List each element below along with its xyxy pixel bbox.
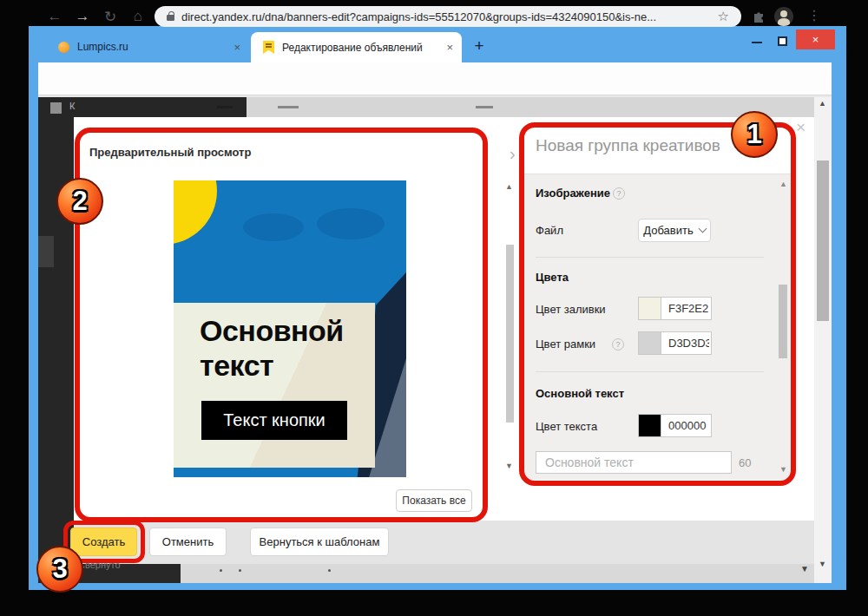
tab-close-icon[interactable]: × xyxy=(437,41,462,54)
screenshot-root: Lumpics.ru × Редактирование объявлений ×… xyxy=(0,0,868,616)
address-bar[interactable]: direct.yandex.ru/dna/banners-edit?campai… xyxy=(155,6,741,27)
bookmark-star-icon[interactable]: ☆ xyxy=(718,9,729,24)
reload-icon[interactable]: ↻ xyxy=(99,0,122,33)
forward-icon[interactable]: → xyxy=(71,0,94,33)
bottom-bar-caret-icon[interactable]: ▼ xyxy=(800,564,809,573)
scroll-down-icon[interactable]: ▼ xyxy=(819,560,826,568)
scroll-up-icon[interactable]: ▲ xyxy=(819,99,826,108)
tab-title: Редактирование объявлений xyxy=(282,42,437,54)
tab-lumpics[interactable]: Lumpics.ru × xyxy=(48,33,249,61)
annotation-step-1: 1 xyxy=(731,111,778,158)
annotation-step-3: 3 xyxy=(36,546,83,593)
minimize-button[interactable] xyxy=(752,42,762,43)
extensions-puzzle-icon[interactable] xyxy=(752,10,766,27)
modal-close-icon[interactable]: × xyxy=(796,118,806,137)
preview-scroll-up-icon[interactable]: ▲ xyxy=(505,182,513,191)
profile-avatar[interactable] xyxy=(774,7,793,26)
dimmed-text xyxy=(217,106,233,108)
new-tab-button[interactable]: + xyxy=(469,36,490,56)
dimmed-text xyxy=(476,106,493,108)
preview-scroll-down-icon[interactable]: ▼ xyxy=(505,462,513,470)
lumpics-favicon-icon xyxy=(58,42,69,53)
back-to-templates-button[interactable]: Вернуться к шаблонам xyxy=(250,528,389,556)
page-nav-letter: К xyxy=(69,101,75,111)
yandex-direct-favicon-icon xyxy=(263,41,274,54)
page-scrollbar-thumb[interactable] xyxy=(817,161,829,321)
sidebar-item xyxy=(38,236,54,267)
tab-title: Lumpics.ru xyxy=(77,41,225,53)
cancel-button[interactable]: Отменить xyxy=(149,528,227,556)
highlight-outline-settings xyxy=(519,122,796,486)
dimmed-dot xyxy=(239,569,241,572)
browser-toolbar xyxy=(38,62,832,95)
tab-close-icon[interactable]: × xyxy=(225,41,249,54)
page-bottom-bar xyxy=(181,564,814,583)
preview-next-chevron-icon[interactable]: › xyxy=(510,144,516,164)
highlight-outline-preview xyxy=(75,128,488,522)
dimmed-text xyxy=(278,106,299,108)
maximize-button[interactable] xyxy=(778,36,787,46)
dimmed-dot xyxy=(328,569,331,572)
browser-menu-icon[interactable]: ⋮ xyxy=(806,7,823,23)
home-icon[interactable]: ⌂ xyxy=(127,0,149,33)
back-icon[interactable]: ← xyxy=(43,0,66,33)
page-logo-icon xyxy=(50,102,62,114)
lock-icon xyxy=(167,15,174,21)
annotation-step-2: 2 xyxy=(56,178,103,225)
dimmed-dot xyxy=(220,569,222,572)
url-text[interactable]: direct.yandex.ru/dna/banners-edit?campai… xyxy=(181,10,741,23)
tab-edit-ads[interactable]: Редактирование объявлений × xyxy=(251,32,462,62)
page-top-bar xyxy=(247,97,814,118)
preview-scrollbar-thumb[interactable] xyxy=(506,245,514,423)
close-window-button[interactable]: × xyxy=(796,29,835,49)
